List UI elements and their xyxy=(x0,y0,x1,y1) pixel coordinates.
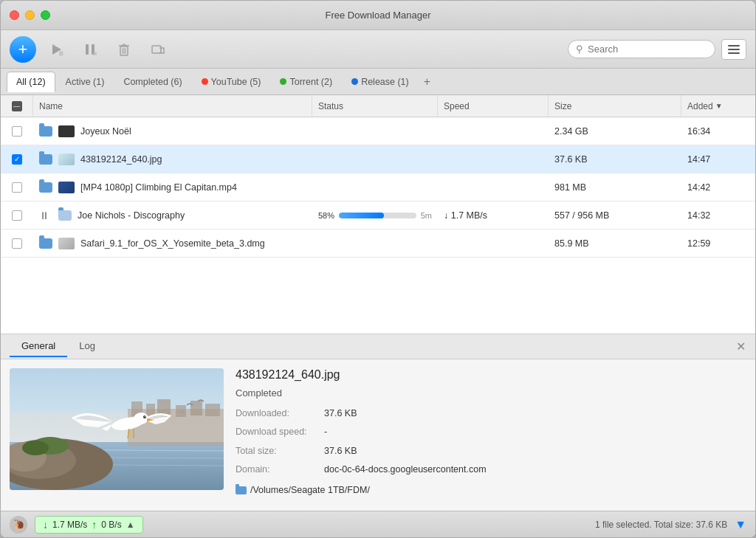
row1-added: 16:34 xyxy=(681,117,755,145)
detail-close-button[interactable]: ✕ xyxy=(733,339,748,354)
details-chevron-icon[interactable]: ▼ xyxy=(735,518,746,531)
tab-completed[interactable]: Completed (6) xyxy=(114,72,190,92)
row4-checkbox[interactable] xyxy=(12,210,22,221)
path-folder-icon xyxy=(236,486,247,494)
row1-name-cell: Joyeux Noël xyxy=(33,117,312,145)
svg-rect-13 xyxy=(152,46,161,53)
row2-checkbox[interactable]: ✓ xyxy=(12,154,22,165)
svg-rect-2 xyxy=(86,44,89,55)
search-box: ⚲ xyxy=(568,40,715,58)
tab-all-label: All (12) xyxy=(16,77,46,87)
menu-button[interactable] xyxy=(721,39,746,60)
speed-display[interactable]: ↓ 1.7 MB/s ↑ 0 B/s ▲ xyxy=(35,516,143,534)
row2-added: 14:47 xyxy=(681,145,755,173)
header-added[interactable]: Added ▼ xyxy=(681,95,755,117)
tab-release[interactable]: Release (1) xyxy=(343,72,418,92)
downloads-table: — Name Status Speed Size Added ▼ Joyeux … xyxy=(1,95,755,334)
table-row: Joyeux Noël 2.34 GB 16:34 xyxy=(1,117,755,145)
resume-button[interactable] xyxy=(42,38,70,61)
trash-icon xyxy=(116,41,132,58)
domain-label: Domain: xyxy=(236,462,324,477)
row4-checkbox-cell[interactable] xyxy=(1,201,33,229)
move-button[interactable] xyxy=(144,38,172,61)
row1-checkbox-cell[interactable] xyxy=(1,117,33,145)
add-tab-button[interactable]: + xyxy=(419,72,435,92)
tab-all[interactable]: All (12) xyxy=(7,72,55,92)
row2-checkbox-cell[interactable]: ✓ xyxy=(1,145,33,173)
row3-checkbox-cell[interactable] xyxy=(1,173,33,201)
search-input[interactable] xyxy=(588,44,707,55)
row3-checkbox[interactable] xyxy=(12,182,22,193)
pause-button[interactable] xyxy=(76,38,104,61)
detail-downloaded-row: Downloaded: 37.6 KB xyxy=(236,406,746,421)
row3-name-cell: [MP4 1080p] Climbing El Capitan.mp4 xyxy=(33,173,312,201)
svg-rect-1 xyxy=(59,52,63,55)
row5-speed xyxy=(438,230,549,257)
downloaded-value: 37.6 KB xyxy=(324,406,746,421)
file-thumbnail xyxy=(58,182,75,193)
row5-checkbox[interactable] xyxy=(12,238,22,249)
tab-active-label: Active (1) xyxy=(66,77,105,87)
detail-tab-general[interactable]: General xyxy=(10,336,67,357)
downloaded-label: Downloaded: xyxy=(236,406,324,421)
download-speed-value: - xyxy=(324,424,746,440)
statusbar: 🐌 ↓ 1.7 MB/s ↑ 0 B/s ▲ 1 file selected. … xyxy=(1,511,755,537)
download-arrow-icon: ↓ xyxy=(43,519,48,531)
progress-bar-bg xyxy=(339,213,416,218)
table-header: — Name Status Speed Size Added ▼ xyxy=(1,95,755,117)
traffic-lights xyxy=(10,10,50,20)
row5-name-cell: Safari_9.1_for_OS_X_Yosemite_beta_3.dmg xyxy=(33,230,312,257)
upload-arrow-icon: ↑ xyxy=(92,519,97,531)
header-name: Name xyxy=(33,95,312,117)
row1-checkbox[interactable] xyxy=(12,126,22,137)
row4-added: 14:32 xyxy=(681,201,755,229)
row4-name-cell: ⏸ Joe Nichols - Discography xyxy=(33,201,312,229)
detail-tab-log[interactable]: Log xyxy=(67,336,107,357)
toolbar: + xyxy=(1,30,755,69)
add-download-button[interactable]: + xyxy=(10,36,36,63)
folder-icon xyxy=(58,210,72,221)
header-checkbox[interactable]: — xyxy=(1,95,33,117)
tab-youtube[interactable]: YouTube (5) xyxy=(193,72,270,92)
folder-icon xyxy=(39,154,52,165)
row5-checkbox-cell[interactable] xyxy=(1,230,33,257)
svg-point-32 xyxy=(22,441,49,455)
pause-state-icon: ⏸ xyxy=(39,210,49,221)
tab-torrent-label: Torrent (2) xyxy=(289,77,332,87)
close-button[interactable] xyxy=(10,10,19,20)
row3-status xyxy=(312,173,438,201)
svg-point-36 xyxy=(145,416,145,417)
row2-name-cell: 438192124_640.jpg xyxy=(33,145,312,173)
upload-speed-text: 0 B/s xyxy=(101,520,121,530)
table-row: ⏸ Joe Nichols - Discography 58% 5m ↓ 1.7… xyxy=(1,201,755,230)
detail-filename: 438192124_640.jpg xyxy=(236,368,746,382)
row5-added: 12:59 xyxy=(681,230,755,257)
download-speed-label: Download speed: xyxy=(236,424,324,440)
detail-tabbar: General Log ✕ xyxy=(1,334,755,359)
detail-path[interactable]: /Volumes/Seagate 1TB/FDM/ xyxy=(236,485,746,495)
delete-button[interactable] xyxy=(110,38,138,61)
maximize-button[interactable] xyxy=(41,10,50,20)
detail-speed-row: Download speed: - xyxy=(236,424,746,440)
select-all-checkbox[interactable]: — xyxy=(12,101,22,111)
row2-filename: 438192124_640.jpg xyxy=(80,154,162,165)
tab-torrent[interactable]: Torrent (2) xyxy=(271,72,341,92)
torrent-dot xyxy=(280,78,286,85)
menu-line-1 xyxy=(728,45,740,46)
row5-filename: Safari_9.1_for_OS_X_Yosemite_beta_3.dmg xyxy=(80,238,265,249)
speed-limit-button[interactable]: 🐌 xyxy=(10,516,27,534)
tab-active[interactable]: Active (1) xyxy=(57,72,114,92)
folder-icon xyxy=(39,182,52,193)
menu-line-3 xyxy=(728,52,740,54)
detail-tab-log-label: Log xyxy=(79,340,95,351)
header-size: Size xyxy=(549,95,681,117)
detail-domain-row: Domain: doc-0c-64-docs.googleusercontent… xyxy=(236,462,746,477)
svg-rect-26 xyxy=(190,401,202,415)
youtube-dot xyxy=(202,78,208,85)
eta-label: 5m xyxy=(421,211,432,220)
download-speed-text: 1.7 MB/s xyxy=(52,520,87,530)
minimize-button[interactable] xyxy=(25,10,35,20)
file-thumbnail xyxy=(58,238,75,249)
row2-status xyxy=(312,145,438,173)
release-dot xyxy=(351,78,358,85)
